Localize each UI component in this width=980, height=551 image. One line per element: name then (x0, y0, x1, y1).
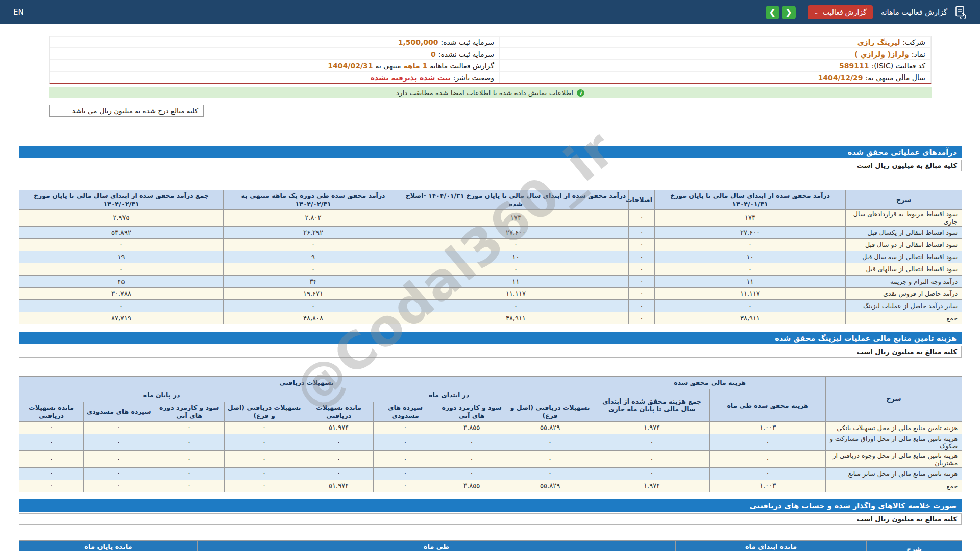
col-during-month: طی ماه (198, 540, 676, 551)
cell-value: ۰ (304, 434, 374, 450)
symbol-field: نماد: ولراز( ولرازي ) (500, 48, 931, 60)
cell-value: ۰ (629, 312, 655, 324)
col-prior-adjusted: درآمد محقق شده از ابتدای سال مالی تا پای… (403, 190, 629, 210)
cell-value: ۰ (374, 450, 437, 467)
col-interest-end: سود و کارمزد دوره های آتی (154, 402, 225, 421)
cell-value: ۰ (629, 300, 655, 312)
table-row: درآمد وجه التزام و جریمه۱۱۰۱۱۳۴۴۵ (19, 276, 962, 288)
row-label: سود اقساط انتقالی از سه سال قبل (846, 251, 962, 263)
col-cost-month: هزینه محقق شده طی ماه (710, 389, 826, 421)
cell-value: ۰ (655, 239, 846, 251)
cell-value: ۰ (224, 239, 403, 251)
top-navbar: EN ❮ ❯ گزارش فعالیت ⌄ گزارش فعالیت ماهان… (0, 0, 980, 24)
fiscal-year-value: 1404/12/29 (818, 73, 863, 82)
unregistered-capital-value: 0 (431, 50, 436, 58)
col-begin-balance: مانده ابتدای ماه (676, 540, 867, 551)
report-body: درآمدهای عملیاتی محقق شده کلیه مبالغ به … (19, 146, 962, 551)
cell-value: ۰ (19, 467, 84, 480)
cell-value: ۰ (19, 263, 224, 276)
cell-value: ۰ (374, 480, 437, 492)
unregistered-capital-field: سرمایه ثبت نشده: 0 (50, 48, 500, 60)
unit-bar-revenue: کلیه مبالغ به میلیون ریال است (19, 160, 962, 171)
prev-report-button[interactable]: ❮ (766, 6, 779, 19)
next-report-button[interactable]: ❯ (782, 6, 796, 19)
cell-value: ۰ (594, 450, 710, 467)
cell-value: ۰ (437, 450, 506, 467)
table-row: جمع۳۸,۹۱۱۰۳۸,۹۱۱۴۸,۸۰۸۸۷,۷۱۹ (19, 312, 962, 324)
cell-value: ۱۷۳ (403, 210, 629, 227)
report-type-label: گزارش فعالیت (823, 8, 867, 16)
cell-value: ۰ (84, 421, 154, 434)
unit-bar-text: کلیه مبالغ به میلیون ریال است (857, 162, 957, 169)
fiscal-year-field: سال مالی منتهی به: 1404/12/29 (500, 71, 931, 83)
col-deposits-end: سپرده های مسدودی (84, 402, 154, 421)
company-value: لیزینگ رازی (857, 38, 900, 46)
col-current-month: درآمد محقق شده طی دوره یک ماهه منتهی به … (224, 190, 403, 210)
section-title-text: هزینه تامین منابع مالی عملیات لیزینگ محق… (775, 334, 957, 342)
cell-value: ۸۷,۷۱۹ (19, 312, 224, 324)
cell-value: ۰ (154, 450, 225, 467)
chevron-right-icon: ❯ (786, 8, 792, 17)
row-label: سود اقساط انتقالی از دو سال قبل (846, 239, 962, 251)
cell-value: ۵۳,۸۹۲ (19, 227, 224, 239)
cell-value: ۰ (655, 300, 846, 312)
table-row: سود اقساط انتقالی از یکسال قبل۲۷,۶۰۰۰۲۷,… (19, 227, 962, 239)
cell-value: ۱۰ (403, 251, 629, 263)
group-month-end: در پایان ماه (19, 389, 304, 402)
row-label: جمع (826, 480, 962, 492)
cell-value: ۱۱,۱۱۷ (655, 288, 846, 300)
cell-value: ۱۷۳ (655, 210, 846, 227)
col-interest-begin: سود و کارمزد دوره های آتی (437, 402, 506, 421)
isic-label: کد فعالیت (ISIC): (872, 62, 925, 70)
cell-value: ۴۵ (19, 276, 224, 288)
cell-value: ۰ (224, 263, 403, 276)
cell-value: ۰ (594, 467, 710, 480)
section-title-financing: هزینه تامین منابع مالی عملیات لیزینگ محق… (19, 332, 962, 344)
company-info: شرکت: لیزینگ رازی سرمایه ثبت شده: 1,500,… (49, 36, 932, 84)
signed-data-notice-text: اطلاعات نمایش داده شده با اطلاعات امضا ش… (396, 89, 573, 97)
col-deposits-begin: سپرده های مسدودی (374, 402, 437, 421)
chevron-left-icon: ❮ (769, 8, 776, 17)
col-prior: درآمد محقق شده از ابتدای سال مالی تا پای… (655, 190, 846, 210)
table-row: سود اقساط مربوط به قراردادهای سال جاری۱۷… (19, 210, 962, 227)
cell-value: ۰ (19, 421, 84, 434)
cell-value: ۲۶,۲۹۲ (224, 227, 403, 239)
cell-value: ۰ (19, 434, 84, 450)
financing-header-row-2: هزینه محقق شده طی ماه جمع هزینه محقق شده… (19, 389, 962, 402)
cell-value: ۵۵,۸۲۹ (506, 480, 594, 492)
row-label: درآمد حاصل از فروش نقدی (846, 288, 962, 300)
goods-receivables-table: شرح مانده ابتدای ماه طی ماه مانده پایان … (19, 540, 962, 551)
cell-value: ۰ (19, 239, 224, 251)
unit-bar-text: کلیه مبالغ به میلیون ریال است (857, 348, 957, 356)
isic-field: کد فعالیت (ISIC): 589111 (500, 60, 931, 71)
currency-unit-note: کلیه مبالغ درج شده به میلیون ریال می باش… (49, 105, 204, 117)
chevron-down-icon: ⌄ (814, 10, 819, 15)
cell-value: ۵۱,۹۷۴ (304, 480, 374, 492)
row-label: هزینه تامین منابع مالی از محل تسهیلات با… (826, 421, 962, 434)
report-period-to: منتهی به (376, 62, 401, 70)
report-period-length: 1 ماهه (403, 62, 427, 70)
cell-value: ۳۴ (224, 276, 403, 288)
cell-value: ۵۱,۹۷۴ (304, 421, 374, 434)
cell-value: ۰ (710, 450, 826, 467)
report-period-field: گزارش فعالیت ماهانه 1 ماهه منتهی به 1404… (50, 60, 500, 71)
cell-value: ۰ (154, 467, 225, 480)
registered-capital-value: 1,500,000 (398, 38, 438, 46)
cell-value: ۰ (403, 239, 629, 251)
language-toggle[interactable]: EN (13, 8, 24, 17)
col-desc: شرح (826, 377, 962, 421)
cell-value: ۳۸,۹۱۱ (655, 312, 846, 324)
cell-value: ۰ (224, 300, 403, 312)
cell-value: ۰ (710, 434, 826, 450)
cell-value: ۰ (225, 480, 304, 492)
report-document-icon[interactable] (954, 6, 967, 19)
company-label: شرکت: (902, 38, 925, 46)
report-type-dropdown[interactable]: گزارش فعالیت ⌄ (808, 5, 873, 19)
revenue-header-row: شرح درآمد محقق شده از ابتدای سال مالی تا… (19, 190, 962, 210)
row-label: سود اقساط انتقالی از یکسال قبل (846, 227, 962, 239)
cell-value: ۱۰ (655, 251, 846, 263)
cell-value: ۰ (655, 263, 846, 276)
cell-value: ۰ (629, 276, 655, 288)
cell-value: ۰ (629, 288, 655, 300)
cell-value: ۰ (437, 434, 506, 450)
